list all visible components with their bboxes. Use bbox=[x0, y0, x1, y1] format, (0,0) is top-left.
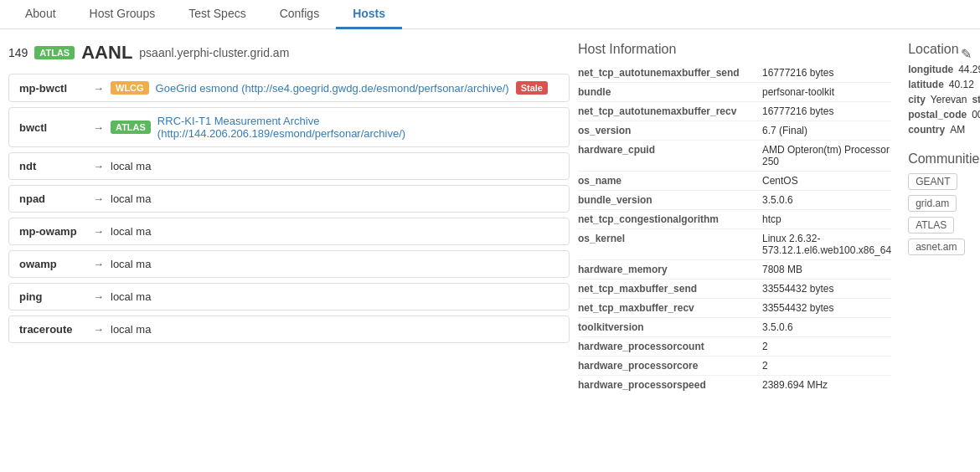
service-name: mp-owamp bbox=[19, 225, 86, 238]
info-val: 2389.694 MHz bbox=[762, 379, 828, 391]
info-val: 33554432 bytes bbox=[762, 283, 833, 295]
info-val: 7808 MB bbox=[762, 264, 802, 275]
info-val: AMD Opteron(tm) Processor 250 bbox=[762, 144, 891, 167]
host-header: 149 ATLAS AANL psaanl.yerphi-cluster.gri… bbox=[8, 42, 570, 64]
community-tag[interactable]: GEANT bbox=[908, 173, 957, 190]
host-count: 149 bbox=[8, 46, 28, 59]
info-val: 3.5.0.6 bbox=[762, 321, 793, 333]
location-val: 44.29 bbox=[958, 64, 980, 75]
info-val: perfsonar-toolkit bbox=[762, 86, 834, 98]
service-name: npad bbox=[19, 192, 86, 205]
info-val: 3.5.0.6 bbox=[762, 194, 793, 206]
service-badge: ATLAS bbox=[111, 121, 151, 134]
community-tags: GEANTgrid.amATLASasnet.am bbox=[908, 173, 980, 255]
ma-label: local ma bbox=[111, 290, 151, 303]
info-row: os_name CentOS bbox=[578, 172, 891, 191]
location-key: postal_code bbox=[908, 109, 967, 121]
info-val: Linux 2.6.32-573.12.1.el6.web100.x86_64 bbox=[762, 233, 891, 256]
ma-label: local ma bbox=[111, 160, 151, 172]
ma-label: local ma bbox=[111, 258, 151, 270]
location-key: country bbox=[908, 124, 945, 136]
info-row: bundle perfsonar-toolkit bbox=[578, 83, 891, 102]
info-val: 2 bbox=[762, 341, 768, 352]
host-name: AANL bbox=[81, 42, 132, 64]
info-row: hardware_processorcount 2 bbox=[578, 337, 891, 357]
ma-label: local ma bbox=[111, 192, 151, 205]
nav-item-test-specs[interactable]: Test Specs bbox=[172, 0, 262, 29]
info-key: net_tcp_maxbuffer_recv bbox=[578, 302, 762, 314]
location-key: latitude bbox=[908, 79, 944, 90]
service-card: owamp→local ma bbox=[8, 250, 570, 278]
community-tag[interactable]: asnet.am bbox=[908, 239, 964, 255]
ma-label: local ma bbox=[111, 225, 151, 238]
service-card: ndt→local ma bbox=[8, 152, 570, 180]
info-val: 16777216 bytes bbox=[762, 67, 833, 79]
service-link[interactable]: GoeGrid esmond (http://se4.goegrid.gwdg.… bbox=[156, 82, 509, 95]
nav-item-configs[interactable]: Configs bbox=[263, 0, 336, 29]
host-info-title: Host Information bbox=[578, 42, 891, 57]
arrow-icon: → bbox=[93, 82, 104, 95]
arrow-icon: → bbox=[93, 258, 104, 270]
info-row: hardware_processorcore 2 bbox=[578, 357, 891, 376]
info-val: CentOS bbox=[762, 175, 798, 187]
info-key: hardware_processorcount bbox=[578, 341, 762, 352]
info-row: bundle_version 3.5.0.6 bbox=[578, 191, 891, 210]
service-name: mp-bwctl bbox=[19, 82, 86, 95]
info-key: hardware_cpuid bbox=[578, 144, 762, 167]
location-val: 40.12 bbox=[949, 79, 974, 90]
nav-item-hosts[interactable]: Hosts bbox=[336, 0, 402, 29]
info-row: net_tcp_maxbuffer_recv 33554432 bytes bbox=[578, 299, 891, 318]
main-nav: AboutHost GroupsTest SpecsConfigsHosts bbox=[0, 0, 980, 29]
info-key: net_tcp_congestionalgorithm bbox=[578, 213, 762, 225]
arrow-icon: → bbox=[93, 121, 104, 134]
service-card: mp-owamp→local ma bbox=[8, 218, 570, 245]
community-tag[interactable]: grid.am bbox=[908, 195, 957, 212]
info-val: 2 bbox=[762, 360, 768, 372]
info-key: hardware_processorspeed bbox=[578, 379, 762, 391]
location-key: city bbox=[908, 94, 926, 105]
info-key: hardware_processorcore bbox=[578, 360, 762, 372]
location-row: postal_code0036 bbox=[908, 109, 980, 121]
communities-section: Communities GEANTgrid.amATLASasnet.am bbox=[908, 151, 980, 255]
info-key: net_tcp_autotunemaxbuffer_send bbox=[578, 67, 762, 79]
arrow-icon: → bbox=[93, 160, 104, 172]
arrow-icon: → bbox=[93, 192, 104, 205]
location-row: latitude40.12 bbox=[908, 79, 980, 90]
info-row: net_tcp_maxbuffer_send 33554432 bytes bbox=[578, 280, 891, 299]
info-key: bundle_version bbox=[578, 194, 762, 206]
service-card: bwctl→ATLASRRC-KI-T1 Measurement Archive… bbox=[8, 107, 570, 147]
community-tag[interactable]: ATLAS bbox=[908, 217, 954, 233]
info-row: hardware_processorspeed 2389.694 MHz bbox=[578, 376, 891, 394]
left-panel: 149 ATLAS AANL psaanl.yerphi-cluster.gri… bbox=[8, 42, 570, 394]
host-info-panel: Host Information net_tcp_autotunemaxbuff… bbox=[578, 42, 891, 394]
service-link[interactable]: RRC-KI-T1 Measurement Archive (http://14… bbox=[157, 115, 559, 140]
edit-icon[interactable]: ✎ bbox=[961, 46, 972, 62]
info-row: toolkitversion 3.5.0.6 bbox=[578, 318, 891, 337]
service-name: traceroute bbox=[19, 323, 86, 336]
nav-item-about[interactable]: About bbox=[8, 0, 73, 29]
location-row: cityYerevanstate bbox=[908, 94, 980, 105]
service-badge: WLCG bbox=[111, 81, 149, 95]
ma-label: local ma bbox=[111, 323, 151, 336]
location-details: longitude44.29latitude40.12cityYerevanst… bbox=[908, 64, 980, 136]
stale-badge: Stale bbox=[516, 81, 548, 95]
atlas-badge: ATLAS bbox=[34, 46, 75, 59]
host-cluster: psaanl.yerphi-cluster.grid.am bbox=[139, 46, 289, 59]
info-row: os_kernel Linux 2.6.32-573.12.1.el6.web1… bbox=[578, 229, 891, 260]
info-row: os_version 6.7 (Final) bbox=[578, 121, 891, 141]
info-val: 33554432 bytes bbox=[762, 302, 833, 314]
arrow-icon: → bbox=[93, 290, 104, 303]
info-val: htcp bbox=[762, 213, 781, 225]
info-key: bundle bbox=[578, 86, 762, 98]
location-val: Yerevan bbox=[931, 94, 967, 105]
info-row: net_tcp_autotunemaxbuffer_send 16777216 … bbox=[578, 64, 891, 83]
info-key: hardware_memory bbox=[578, 264, 762, 275]
service-card: traceroute→local ma bbox=[8, 316, 570, 343]
nav-item-host-groups[interactable]: Host Groups bbox=[73, 0, 173, 29]
info-row: hardware_cpuid AMD Opteron(tm) Processor… bbox=[578, 141, 891, 172]
info-key: net_tcp_maxbuffer_send bbox=[578, 283, 762, 295]
service-name: ping bbox=[19, 290, 86, 303]
info-key: toolkitversion bbox=[578, 321, 762, 333]
service-name: bwctl bbox=[19, 121, 86, 134]
communities-title: Communities bbox=[908, 151, 980, 167]
